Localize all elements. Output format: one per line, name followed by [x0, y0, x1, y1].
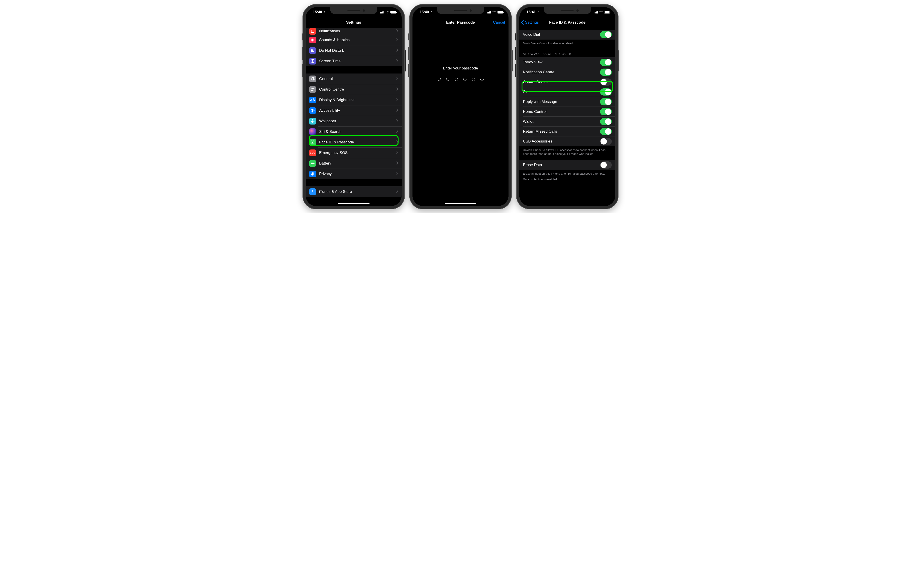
status-time: 15:40 — [313, 10, 322, 14]
row-label: Do Not Disturb — [319, 48, 396, 53]
passcode-dot — [463, 78, 467, 81]
toggle-reply-message[interactable] — [600, 98, 612, 106]
row-label: Reply with Message — [523, 99, 600, 104]
faceid-icon — [309, 139, 316, 146]
toggle-voice-dial[interactable] — [600, 31, 612, 38]
siri-icon — [309, 128, 316, 135]
row-label: Wallpaper — [319, 119, 396, 123]
toggle-return-missed-calls[interactable] — [600, 128, 612, 135]
settings-row-privacy[interactable]: Privacy — [306, 169, 402, 179]
toggle-home-control[interactable] — [600, 108, 612, 115]
cancel-button[interactable]: Cancel — [493, 20, 505, 25]
toggle-wallet[interactable] — [600, 118, 612, 125]
toggle-siri[interactable] — [600, 88, 612, 96]
home-indicator[interactable] — [445, 203, 476, 204]
status-time: 15:41 — [527, 10, 536, 14]
row-label: Today View — [523, 60, 600, 65]
battery-icon — [604, 11, 610, 13]
battery-icon — [391, 11, 396, 13]
row-label: General — [319, 76, 396, 81]
wifi-icon — [386, 11, 389, 13]
row-label: Voice Dial — [523, 32, 600, 37]
phone-settings: 15:40 Settings Notifications Sounds & Ha — [303, 4, 405, 209]
settings-row-wallpaper[interactable]: Wallpaper — [306, 116, 402, 126]
toggle-control-centre[interactable] — [600, 78, 612, 86]
svg-point-8 — [312, 119, 313, 120]
phone-faceid-passcode: 15:41 Settings Face ID & Passcode Voice … — [516, 4, 618, 209]
home-indicator[interactable] — [338, 203, 369, 204]
back-button[interactable]: Settings — [521, 20, 539, 25]
row-home-control: Home Control — [519, 107, 615, 117]
chevron-right-icon — [396, 59, 398, 63]
toggle-notification-centre[interactable] — [600, 68, 612, 76]
settings-row-general[interactable]: General — [306, 73, 402, 84]
nav-bar: Settings Face ID & Passcode — [519, 17, 615, 28]
usb-footer: Unlock iPhone to allow USB accessories t… — [519, 146, 615, 159]
signal-icon — [594, 11, 598, 13]
location-icon — [430, 11, 432, 13]
svg-rect-0 — [311, 30, 314, 32]
settings-row-faceid[interactable]: Face ID & Passcode — [306, 137, 402, 148]
chevron-right-icon — [396, 151, 398, 155]
settings-row-accessibility[interactable]: Accessibility — [306, 105, 402, 116]
svg-point-6 — [312, 109, 313, 110]
signal-icon — [487, 11, 491, 13]
chevron-right-icon — [396, 119, 398, 123]
row-label: Wallet — [523, 119, 600, 124]
toggle-today-view[interactable] — [600, 58, 612, 66]
settings-row-itunes[interactable]: iTunes & App Store — [306, 186, 402, 197]
passcode-dots — [438, 78, 483, 81]
erase-footer: Erase all data on this iPhone after 10 f… — [519, 170, 615, 177]
chevron-right-icon — [396, 38, 398, 42]
chevron-right-icon — [396, 77, 398, 81]
notch — [544, 7, 591, 14]
chevron-right-icon — [396, 140, 398, 144]
settings-row-notifications[interactable]: Notifications — [306, 28, 402, 35]
passcode-dot — [472, 78, 475, 81]
row-label: Screen Time — [319, 59, 396, 63]
row-label: Siri — [523, 90, 600, 94]
row-label: Display & Brightness — [319, 98, 396, 102]
notifications-icon — [309, 28, 316, 35]
row-label: Control Centre — [319, 87, 396, 92]
settings-row-screentime[interactable]: Screen Time — [306, 56, 402, 66]
settings-row-dnd[interactable]: Do Not Disturb — [306, 45, 402, 56]
signal-icon — [380, 11, 384, 13]
data-protection-footer: Data protection is enabled. — [519, 177, 615, 184]
notch — [437, 7, 484, 14]
passcode-dot — [446, 78, 449, 81]
text-size-icon: AA — [309, 97, 316, 103]
chevron-right-icon — [396, 49, 398, 53]
row-return-missed-calls: Return Missed Calls — [519, 127, 615, 136]
settings-row-controlcentre[interactable]: Control Centre — [306, 84, 402, 95]
svg-point-3 — [311, 88, 312, 89]
hand-icon — [309, 171, 316, 177]
row-label: Return Missed Calls — [523, 129, 600, 134]
row-label: Home Control — [523, 109, 600, 114]
passcode-dot — [480, 78, 483, 81]
settings-row-sos[interactable]: SOS Emergency SOS — [306, 148, 402, 158]
svg-rect-12 — [311, 162, 314, 164]
chevron-left-icon — [521, 20, 524, 25]
chevron-right-icon — [396, 29, 398, 33]
row-control-centre: Control Centre — [519, 77, 615, 87]
voice-dial-footer: Music Voice Control is always enabled. — [519, 39, 615, 48]
nav-bar: Enter Passcode Cancel — [412, 17, 509, 28]
settings-row-siri[interactable]: Siri & Search — [306, 126, 402, 137]
row-wallet: Wallet — [519, 117, 615, 127]
toggle-usb-accessories[interactable] — [600, 138, 612, 145]
row-label: Accessibility — [319, 108, 396, 113]
row-label: Battery — [319, 161, 396, 166]
settings-row-sounds[interactable]: Sounds & Haptics — [306, 35, 402, 45]
settings-row-display[interactable]: AA Display & Brightness — [306, 95, 402, 105]
accessibility-icon — [309, 107, 316, 114]
moon-icon — [309, 47, 316, 54]
svg-rect-1 — [311, 88, 314, 89]
toggle-erase-data[interactable] — [600, 161, 612, 169]
row-label: Notifications — [319, 29, 396, 34]
passcode-dot — [455, 78, 458, 81]
page-title: Face ID & Passcode — [549, 20, 586, 25]
phone-passcode: 15:40 Enter Passcode Cancel Enter your p… — [409, 4, 512, 209]
location-icon — [537, 11, 539, 13]
settings-row-battery[interactable]: Battery — [306, 158, 402, 169]
